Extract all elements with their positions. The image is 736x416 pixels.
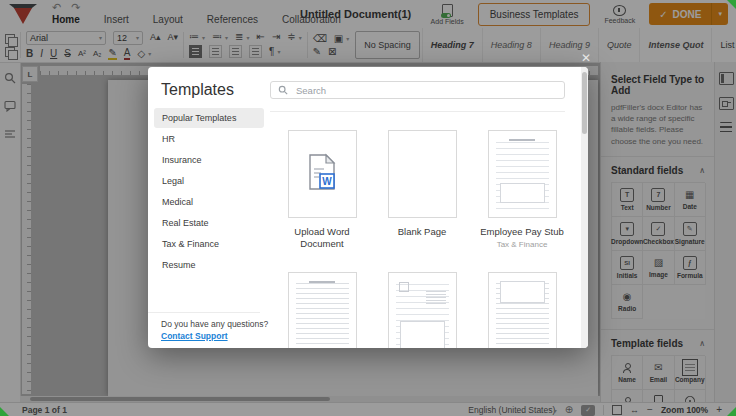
category-hr[interactable]: HR xyxy=(154,129,264,149)
svg-text:W: W xyxy=(322,176,332,187)
window-corner xyxy=(727,407,736,416)
invoice-document-preview xyxy=(396,279,449,348)
category-insurance[interactable]: Insurance xyxy=(154,150,264,170)
category-tax-finance[interactable]: Tax & Finance xyxy=(154,234,264,254)
blank-page-preview xyxy=(388,130,457,218)
modal-title: Templates xyxy=(161,81,234,99)
window-corner xyxy=(727,0,736,9)
templates-content-panel: W Upload Word Document Blank Page Employ… xyxy=(270,67,580,348)
paystub-preview xyxy=(496,137,549,211)
contract-document-preview xyxy=(296,279,349,348)
templates-category-panel: Templates Popular Templates HR Insurance… xyxy=(148,67,270,348)
search-input[interactable] xyxy=(294,84,557,97)
template-card-employee-pay-stub[interactable]: Employee Pay Stub Tax & Finance xyxy=(472,130,572,249)
category-real-estate[interactable]: Real Estate xyxy=(154,213,264,233)
template-card-blank-page[interactable]: Blank Page xyxy=(372,130,472,238)
search-icon xyxy=(278,85,288,95)
templates-modal: Templates Popular Templates HR Insurance… xyxy=(148,67,588,348)
word-upload-icon: W xyxy=(305,153,339,193)
template-search-box[interactable] xyxy=(270,81,565,99)
template-card[interactable] xyxy=(372,272,472,348)
window-corner xyxy=(0,407,9,416)
template-card[interactable] xyxy=(472,272,572,348)
template-card[interactable] xyxy=(272,272,372,348)
modal-scrollbar-thumb[interactable] xyxy=(582,72,587,134)
category-legal[interactable]: Legal xyxy=(154,171,264,191)
template-card-upload-word[interactable]: W Upload Word Document xyxy=(272,130,372,251)
form-document-preview xyxy=(496,279,549,348)
close-icon[interactable]: ✕ xyxy=(578,50,594,66)
contact-support-link[interactable]: Contact Support xyxy=(161,331,228,341)
category-resume[interactable]: Resume xyxy=(154,255,264,275)
support-question: Do you have any questions? xyxy=(161,319,268,329)
modal-scrollbar[interactable] xyxy=(581,67,588,348)
category-popular-templates[interactable]: Popular Templates xyxy=(154,108,264,128)
app-window: ↶ ↷ Home Insert Layout References Collab… xyxy=(0,0,736,416)
category-medical[interactable]: Medical xyxy=(154,192,264,212)
